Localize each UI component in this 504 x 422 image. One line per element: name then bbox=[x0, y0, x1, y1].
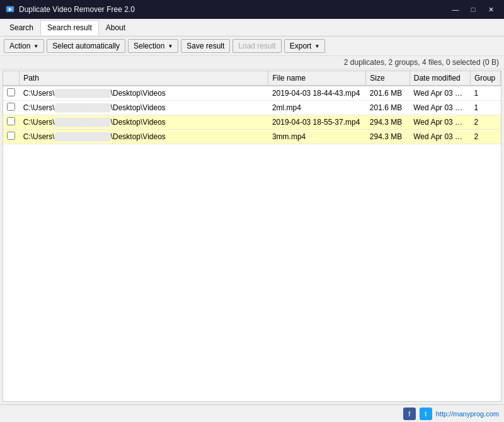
row-0-path: C:\Users\██████████\Desktop\Videos bbox=[20, 86, 268, 101]
toolbar: Action ▼ Select automatically Selection … bbox=[0, 37, 504, 56]
col-header-filename[interactable]: File name bbox=[268, 71, 366, 86]
row-0-checkbox-cell bbox=[3, 86, 20, 101]
action-button[interactable]: Action ▼ bbox=[4, 39, 44, 53]
status-bar: 2 duplicates, 2 groups, 4 files, 0 selec… bbox=[0, 56, 504, 69]
table-row[interactable]: C:\Users\██████████\Desktop\Videos2019-0… bbox=[3, 115, 501, 130]
row-1-checkbox[interactable] bbox=[7, 103, 15, 111]
row-2-size: 294.3 MB bbox=[366, 115, 410, 130]
export-button[interactable]: Export ▼ bbox=[284, 39, 326, 53]
row-0-checkbox[interactable] bbox=[7, 88, 15, 96]
row-2-checkbox-cell bbox=[3, 115, 20, 130]
status-text: 2 duplicates, 2 groups, 4 files, 0 selec… bbox=[344, 58, 499, 67]
table-row[interactable]: C:\Users\██████████\Desktop\Videos2019-0… bbox=[3, 86, 501, 101]
file-table: Path File name Size Date modified Group … bbox=[3, 71, 501, 144]
table-header: Path File name Size Date modified Group bbox=[3, 71, 501, 86]
website-link[interactable]: http://manyprog.com bbox=[436, 410, 499, 418]
row-3-group: 2 bbox=[470, 130, 500, 144]
row-1-checkbox-cell bbox=[3, 101, 20, 115]
row-0-date: Wed Apr 03 18... bbox=[410, 86, 470, 101]
tab-about[interactable]: About bbox=[99, 20, 132, 35]
tab-search[interactable]: Search bbox=[3, 20, 40, 35]
facebook-icon[interactable]: f bbox=[403, 408, 416, 420]
row-2-group: 2 bbox=[470, 115, 500, 130]
col-header-date[interactable]: Date modified bbox=[410, 71, 470, 86]
window-controls: — □ ✕ bbox=[447, 3, 499, 16]
file-table-container[interactable]: Path File name Size Date modified Group … bbox=[3, 71, 501, 402]
close-button[interactable]: ✕ bbox=[483, 3, 499, 16]
row-1-filename: 2ml.mp4 bbox=[268, 101, 366, 115]
row-3-checkbox-cell bbox=[3, 130, 20, 144]
table-row[interactable]: C:\Users\██████████\Desktop\Videos3mm.mp… bbox=[3, 130, 501, 144]
row-1-size: 201.6 MB bbox=[366, 101, 410, 115]
col-header-path[interactable]: Path bbox=[20, 71, 268, 86]
selection-dropdown-arrow: ▼ bbox=[168, 43, 173, 49]
col-header-check[interactable] bbox=[3, 71, 20, 86]
table-row[interactable]: C:\Users\██████████\Desktop\Videos2ml.mp… bbox=[3, 101, 501, 115]
app-icon bbox=[5, 4, 15, 14]
footer-bar: f t http://manyprog.com bbox=[0, 404, 504, 422]
row-1-path: C:\Users\██████████\Desktop\Videos bbox=[20, 101, 268, 115]
row-2-date: Wed Apr 03 19... bbox=[410, 115, 470, 130]
twitter-icon[interactable]: t bbox=[420, 408, 432, 420]
row-3-checkbox[interactable] bbox=[7, 132, 15, 140]
row-3-date: Wed Apr 03 19... bbox=[410, 130, 470, 144]
row-3-path: C:\Users\██████████\Desktop\Videos bbox=[20, 130, 268, 144]
selection-button[interactable]: Selection ▼ bbox=[128, 39, 178, 53]
title-bar: Duplicate Video Remover Free 2.0 — □ ✕ bbox=[0, 0, 504, 19]
app-title: Duplicate Video Remover Free 2.0 bbox=[19, 5, 447, 14]
row-0-group: 1 bbox=[470, 86, 500, 101]
load-result-button[interactable]: Load result bbox=[232, 39, 281, 53]
minimize-button[interactable]: — bbox=[447, 3, 464, 16]
row-3-filename: 3mm.mp4 bbox=[268, 130, 366, 144]
table-body: C:\Users\██████████\Desktop\Videos2019-0… bbox=[3, 86, 501, 144]
save-result-button[interactable]: Save result bbox=[181, 39, 230, 53]
action-dropdown-arrow: ▼ bbox=[33, 43, 38, 49]
maximize-button[interactable]: □ bbox=[465, 3, 481, 16]
export-dropdown-arrow: ▼ bbox=[314, 43, 319, 49]
row-1-date: Wed Apr 03 18... bbox=[410, 101, 470, 115]
row-2-path: C:\Users\██████████\Desktop\Videos bbox=[20, 115, 268, 130]
row-0-filename: 2019-04-03 18-44-43.mp4 bbox=[268, 86, 366, 101]
row-0-size: 201.6 MB bbox=[366, 86, 410, 101]
window-body: Search Search result About Action ▼ Sele… bbox=[0, 19, 504, 422]
select-automatically-button[interactable]: Select automatically bbox=[47, 39, 125, 53]
row-2-filename: 2019-04-03 18-55-37.mp4 bbox=[268, 115, 366, 130]
col-header-group[interactable]: Group bbox=[470, 71, 500, 86]
tab-search-result[interactable]: Search result bbox=[40, 20, 99, 35]
row-3-size: 294.3 MB bbox=[366, 130, 410, 144]
col-header-size[interactable]: Size bbox=[366, 71, 410, 86]
menu-bar: Search Search result About bbox=[0, 19, 504, 37]
row-1-group: 1 bbox=[470, 101, 500, 115]
row-2-checkbox[interactable] bbox=[7, 117, 15, 125]
